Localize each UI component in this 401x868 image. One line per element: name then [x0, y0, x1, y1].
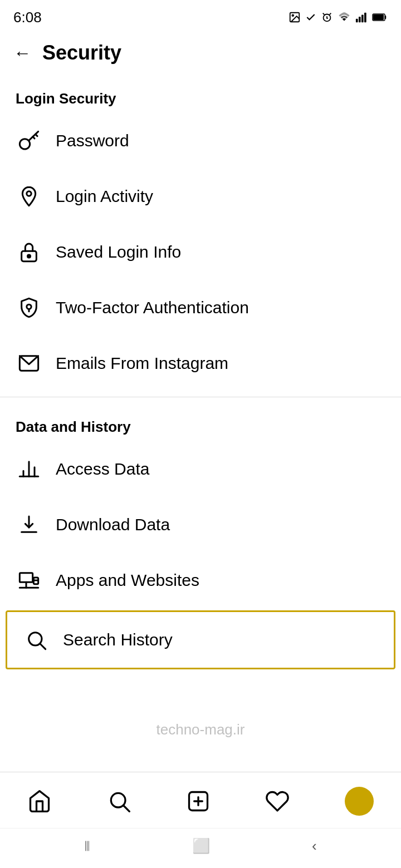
lock-icon — [16, 239, 42, 265]
alarm-status-icon — [321, 11, 333, 23]
nav-search[interactable] — [97, 785, 141, 818]
svg-line-34 — [41, 644, 46, 649]
back-button[interactable]: ← — [13, 44, 31, 62]
svg-rect-8 — [364, 13, 366, 22]
status-bar: 6:08 — [0, 0, 401, 31]
data-history-section: Data and History Access Data Download Da… — [0, 403, 401, 672]
access-data-label: Access Data — [56, 460, 149, 479]
download-data-item[interactable]: Download Data — [0, 497, 401, 553]
search-history-item[interactable]: Search History — [6, 610, 395, 669]
image-status-icon — [288, 11, 301, 23]
svg-line-14 — [36, 134, 37, 136]
download-data-label: Download Data — [56, 515, 170, 534]
key-icon — [16, 127, 42, 154]
email-icon — [16, 350, 42, 377]
svg-line-4 — [330, 13, 331, 15]
signal-status-icon — [355, 11, 368, 23]
login-activity-item[interactable]: Login Activity — [0, 169, 401, 224]
location-icon — [16, 183, 42, 210]
emails-item[interactable]: Emails From Instagram — [0, 336, 401, 391]
bottom-nav — [0, 772, 401, 828]
nav-activity[interactable] — [255, 785, 300, 818]
svg-point-1 — [292, 14, 294, 16]
nav-home[interactable] — [17, 785, 62, 818]
watermark: techno-mag.ir — [0, 672, 401, 772]
svg-point-18 — [28, 255, 31, 258]
search-history-label: Search History — [63, 630, 173, 649]
two-factor-item[interactable]: Two-Factor Authentication — [0, 280, 401, 336]
android-back-button[interactable]: ‹ — [312, 837, 317, 855]
search-icon — [23, 627, 50, 653]
access-data-item[interactable]: Access Data — [0, 441, 401, 497]
apps-websites-item[interactable]: Apps and Websites — [0, 553, 401, 608]
svg-rect-5 — [356, 19, 358, 22]
password-label: Password — [56, 131, 129, 150]
svg-rect-10 — [373, 14, 384, 20]
emails-label: Emails From Instagram — [56, 354, 228, 373]
header: ← Security — [0, 31, 401, 75]
login-security-section: Login Security Password Login Activity — [0, 75, 401, 391]
download-icon — [16, 511, 42, 538]
two-factor-label: Two-Factor Authentication — [56, 298, 249, 317]
wifi-status-icon — [338, 11, 351, 23]
password-item[interactable]: Password — [0, 113, 401, 169]
login-activity-label: Login Activity — [56, 187, 153, 206]
svg-line-3 — [323, 13, 325, 15]
chart-icon — [16, 456, 42, 482]
check-status-icon — [305, 12, 316, 23]
shield-icon — [16, 294, 42, 321]
svg-line-36 — [124, 806, 129, 811]
status-icons — [288, 11, 388, 23]
apps-websites-label: Apps and Websites — [56, 571, 199, 590]
svg-line-15 — [33, 137, 35, 139]
status-time: 6:08 — [13, 9, 42, 26]
svg-point-16 — [27, 191, 31, 196]
saved-login-label: Saved Login Info — [56, 243, 181, 262]
battery-status-icon — [372, 11, 388, 23]
monitor-icon — [16, 567, 42, 594]
profile-avatar — [345, 787, 374, 816]
nav-add[interactable] — [176, 785, 221, 818]
android-recents-button[interactable]: ⦀ — [84, 837, 90, 855]
svg-rect-28 — [19, 573, 32, 583]
section-divider — [0, 397, 401, 397]
saved-login-item[interactable]: Saved Login Info — [0, 224, 401, 280]
android-nav: ⦀ ⬜ ‹ — [0, 828, 401, 868]
login-security-label: Login Security — [0, 75, 401, 113]
page-title: Security — [42, 41, 121, 65]
svg-rect-7 — [361, 14, 364, 22]
nav-profile[interactable] — [335, 782, 384, 820]
svg-rect-6 — [359, 17, 361, 22]
data-history-label: Data and History — [0, 403, 401, 441]
android-home-button[interactable]: ⬜ — [192, 837, 210, 855]
